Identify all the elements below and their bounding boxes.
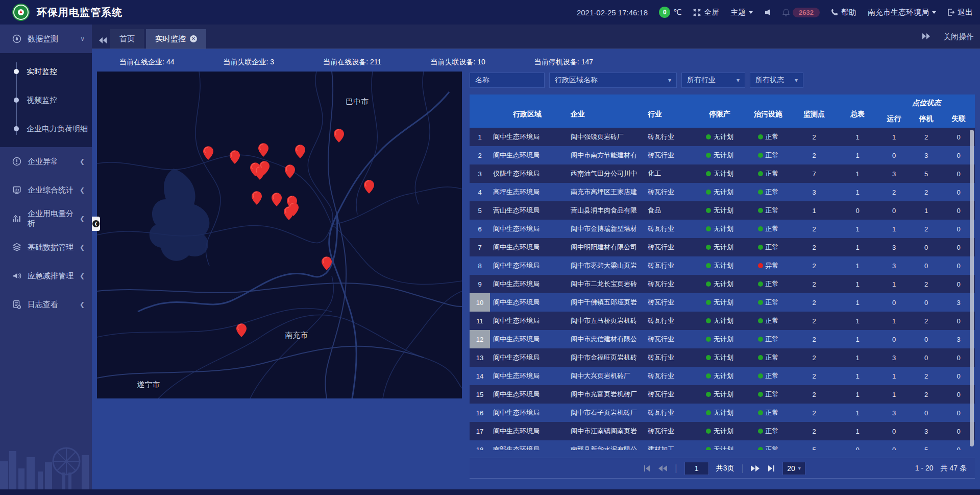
map-pin-icon[interactable] <box>285 164 295 178</box>
map-pin-icon[interactable] <box>295 145 305 158</box>
table-row[interactable]: 11阆中生态环境局阆中市五马桥页岩机砖砖瓦行业无计划正常21120 <box>470 312 975 330</box>
table-row[interactable]: 17阆中生态环境局阆中市江南镇阆南页岩砖瓦行业无计划正常21030 <box>470 422 975 440</box>
sidebar-item-2[interactable]: 企业综合统计❮ <box>0 176 92 204</box>
first-page-button[interactable] <box>643 465 651 472</box>
sidebar-subitem-实时监控[interactable]: 实时监控 <box>0 57 92 86</box>
sidebar-subitem-企业电力负荷明细[interactable]: 企业电力负荷明细 <box>0 114 92 143</box>
map-pin-icon[interactable] <box>252 191 262 205</box>
status-dot-icon <box>706 153 711 158</box>
page-number-input[interactable]: 1 <box>684 462 709 475</box>
sidebar-item-3[interactable]: 企业用电量分析❮ <box>0 204 92 233</box>
sidebar-item-label: 日志查看 <box>28 300 80 310</box>
table-row[interactable]: 16阆中生态环境局阆中市石子页岩机砖厂砖瓦行业无计划正常21300 <box>470 404 975 422</box>
notifications[interactable]: 2632 <box>782 8 820 17</box>
table-row[interactable]: 18南部生态环境局南部县新华水泥有限公建材加工无计划正常50050 <box>470 440 975 450</box>
cell-points: 2 <box>791 238 837 256</box>
temperature-badge: 0 <box>659 7 670 18</box>
table-row[interactable]: 6阆中生态环境局阆中市金博瑞新型墙材砖瓦行业无计划正常21120 <box>470 220 975 238</box>
stat-value: 147 <box>581 58 593 66</box>
table-row[interactable]: 3仪陇生态环境局西南油气田分公司川中化工无计划正常71350 <box>470 164 975 183</box>
table-row[interactable]: 5营山生态环境局营山县润丰肉食品有限食品无计划正常10010 <box>470 201 975 220</box>
table-row[interactable]: 1阆中生态环境局阆中强锐页岩砖厂砖瓦行业无计划正常21120 <box>470 128 975 146</box>
cell-device-status: 正常 <box>745 238 791 256</box>
status-dot-icon <box>706 263 711 268</box>
status-select[interactable]: 所有状态 ▾ <box>750 73 803 88</box>
map-collapse-handle[interactable]: ❮ <box>92 217 100 231</box>
last-page-button[interactable] <box>767 465 775 472</box>
logout-button[interactable]: 退出 <box>947 8 973 17</box>
page-size-value: 20 <box>787 464 795 473</box>
table-row[interactable]: 14阆中生态环境局阆中大兴页岩机砖厂砖瓦行业无计划正常21120 <box>470 367 975 385</box>
cell-meters: 1 <box>837 183 878 201</box>
sidebar-item-5[interactable]: 应急减排管理❮ <box>0 262 92 290</box>
page-size-select[interactable]: 20 ▾ <box>782 462 805 475</box>
temperature-unit: ℃ <box>673 8 682 17</box>
map-pin-icon[interactable] <box>284 206 294 220</box>
table-row[interactable]: 13阆中生态环境局阆中市金福旺页岩机砖砖瓦行业无计划正常21300 <box>470 348 975 367</box>
table-row[interactable]: 2阆中生态环境局阆中市南方节能建材有砖瓦行业无计划正常21030 <box>470 146 975 164</box>
sound-toggle[interactable] <box>764 9 771 16</box>
cell-index: 2 <box>470 146 490 164</box>
org-dropdown[interactable]: 南充市生态环境局 <box>868 8 936 17</box>
tab-首页[interactable]: 首页 <box>110 29 144 49</box>
table-scrollbar[interactable] <box>970 130 974 446</box>
sidebar-subitem-视频监控[interactable]: 视频监控 <box>0 86 92 114</box>
table-row[interactable]: 15阆中生态环境局阆中市光富页岩机砖厂砖瓦行业无计划正常21120 <box>470 385 975 404</box>
map-pin-icon[interactable] <box>272 193 282 206</box>
datetime: 2021-02-25 17:46:18 <box>577 8 648 17</box>
next-page-button[interactable] <box>751 465 760 472</box>
map-pin-icon[interactable] <box>230 150 240 164</box>
cell-company: 阆中市金福旺页岩机砖 <box>561 348 646 367</box>
cell-device-status: 正常 <box>745 146 791 164</box>
cell-run: 0 <box>878 146 910 164</box>
sub-header-run: 运行 <box>878 114 910 124</box>
name-search-input[interactable]: 名称 <box>470 73 545 88</box>
cell-plan-status: 无计划 <box>694 220 745 238</box>
table-row[interactable]: 4高坪生态环境局南充市高坪区王家店建砖瓦行业无计划正常31220 <box>470 183 975 201</box>
region-select[interactable]: 行政区域名称 ▾ <box>549 73 677 88</box>
status-dot-icon <box>758 208 763 213</box>
table-row[interactable]: 12阆中生态环境局阆中市忠信建材有限公砖瓦行业无计划正常21003 <box>470 330 975 348</box>
map-pin-icon[interactable] <box>364 180 374 194</box>
cell-region: 阆中生态环境局 <box>490 220 561 238</box>
map-pin-icon[interactable] <box>236 323 247 337</box>
fullscreen-button[interactable]: 全屏 <box>693 8 719 17</box>
status-dot-icon <box>758 429 763 434</box>
help-label: 帮助 <box>841 8 856 17</box>
cell-industry: 食品 <box>646 201 694 220</box>
help-button[interactable]: 帮助 <box>831 8 856 17</box>
sidebar-item-1[interactable]: 企业异常❮ <box>0 147 92 176</box>
cell-stop: 2 <box>910 220 942 238</box>
sidebar-item-0[interactable]: 数据监测∨ <box>0 25 92 53</box>
megaphone-icon <box>12 271 21 280</box>
close-operations-button[interactable]: 关闭操作 <box>943 32 974 42</box>
table-row[interactable]: 7阆中生态环境局阆中明阳建材有限公司砖瓦行业无计划正常21300 <box>470 238 975 256</box>
table-row[interactable]: 8阆中生态环境局阆中市枣碧大梁山页岩砖瓦行业无计划异常21300 <box>470 256 975 275</box>
sidebar-item-4[interactable]: 基础数据管理❮ <box>0 233 92 262</box>
map-pin-icon[interactable] <box>259 161 270 175</box>
tab-实时监控[interactable]: 实时监控✕ <box>146 29 206 49</box>
prev-page-button[interactable] <box>658 465 668 472</box>
map-pin-icon[interactable] <box>322 256 332 270</box>
map-pin-icon[interactable] <box>203 146 213 160</box>
cell-points: 2 <box>791 293 837 312</box>
cell-industry: 建材加工 <box>646 440 694 450</box>
industry-select[interactable]: 所有行业 ▾ <box>681 73 745 88</box>
cell-meters: 0 <box>837 201 878 220</box>
cell-company: 阆中大兴页岩机砖厂 <box>561 367 646 385</box>
map-pin-icon[interactable] <box>258 143 268 157</box>
status-dot-icon <box>706 134 711 139</box>
status-dot-icon <box>758 318 763 323</box>
tabs-scroll-left-button[interactable] <box>99 37 107 43</box>
close-icon[interactable]: ✕ <box>190 35 197 42</box>
table-row[interactable]: 10阆中生态环境局阆中千佛镇五郎垭页岩砖瓦行业无计划正常21003 <box>470 293 975 312</box>
cell-points: 7 <box>791 164 837 183</box>
cell-meters: 1 <box>837 164 878 183</box>
map-panel[interactable]: 巴中市南充市遂宁市 <box>97 72 462 398</box>
map-pin-icon[interactable] <box>334 129 344 143</box>
table-row[interactable]: 9阆中生态环境局阆中市二龙长宝页岩砖砖瓦行业无计划正常21120 <box>470 275 975 293</box>
sidebar-item-6[interactable]: 日志查看❮ <box>0 290 92 319</box>
theme-dropdown[interactable]: 主题 <box>730 8 753 17</box>
cell-index: 16 <box>470 404 490 422</box>
tabs-scroll-right-button[interactable] <box>922 32 930 41</box>
